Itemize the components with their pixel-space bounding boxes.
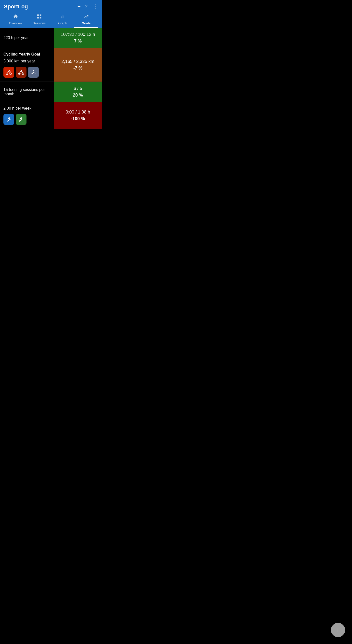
cycling-sport-icons bbox=[3, 67, 50, 78]
goal-percent-yearly-hours: 7 % bbox=[74, 38, 82, 44]
goal-title-cycling: Cycling Yearly Goal bbox=[3, 52, 50, 56]
goal-left-weekly: 2:00 h per week bbox=[0, 102, 54, 129]
home-icon bbox=[13, 14, 18, 20]
goal-left-cycling: Cycling Yearly Goal 5,000 km per year bbox=[0, 48, 54, 82]
goal-right-yearly-hours: 107:32 / 100:12 h 7 % bbox=[54, 28, 102, 48]
sigma-button[interactable]: Σ bbox=[85, 4, 88, 10]
svg-point-1 bbox=[9, 73, 11, 75]
svg-point-8 bbox=[21, 117, 21, 118]
goal-row-yearly-hours: 220 h per year 107:32 / 100:12 h 7 % bbox=[0, 28, 102, 48]
goal-value-yearly-hours: 107:32 / 100:12 h bbox=[61, 31, 95, 38]
weekly-sport-icons bbox=[3, 114, 50, 125]
tab-sessions-label: Sessions bbox=[33, 22, 46, 25]
goal-value-monthly: 6 / 5 bbox=[74, 85, 82, 92]
app-header: SportLog + Σ ⋮ Overview Sessions bbox=[0, 0, 102, 28]
app-title: SportLog bbox=[4, 4, 28, 10]
tab-goals-label: Goals bbox=[82, 22, 91, 25]
goals-icon bbox=[83, 14, 89, 20]
goal-value-cycling: 2,165 / 2,335 km bbox=[61, 58, 94, 65]
nav-tabs: Overview Sessions Graph bbox=[4, 12, 98, 28]
goal-right-monthly: 6 / 5 20 % bbox=[54, 82, 102, 102]
graph-icon bbox=[60, 14, 65, 20]
goal-row-cycling: Cycling Yearly Goal 5,000 km per year bbox=[0, 48, 102, 82]
goal-right-cycling: 2,165 / 2,335 km -7 % bbox=[54, 48, 102, 82]
running-icon bbox=[3, 114, 14, 125]
goal-right-weekly: 0:00 / 1:08 h -100 % bbox=[54, 102, 102, 129]
goal-left-yearly-hours: 220 h per year bbox=[0, 28, 54, 48]
cycling-icon-rowing bbox=[28, 67, 39, 78]
add-button[interactable]: + bbox=[77, 4, 81, 10]
cycling-icon-mountain bbox=[16, 67, 26, 78]
goal-title-monthly: 15 training sessions per month bbox=[3, 88, 50, 96]
tab-overview-label: Overview bbox=[9, 22, 22, 25]
goal-value-weekly: 0:00 / 1:08 h bbox=[65, 109, 90, 116]
tab-graph-label: Graph bbox=[58, 22, 67, 25]
goal-left-monthly: 15 training sessions per month bbox=[0, 82, 54, 102]
goal-row-monthly: 15 training sessions per month 6 / 5 20 … bbox=[0, 82, 102, 102]
goal-title-yearly-hours: 220 h per year bbox=[3, 36, 50, 40]
more-button[interactable]: ⋮ bbox=[92, 4, 98, 10]
svg-point-7 bbox=[8, 117, 9, 118]
tab-goals[interactable]: Goals bbox=[74, 12, 98, 28]
sessions-icon bbox=[36, 14, 42, 20]
svg-point-2 bbox=[9, 70, 9, 70]
goal-percent-monthly: 20 % bbox=[73, 92, 83, 98]
goal-subtitle-cycling: 5,000 km per year bbox=[3, 59, 50, 64]
tab-overview[interactable]: Overview bbox=[4, 12, 27, 28]
goals-list: 220 h per year 107:32 / 100:12 h 7 % Cyc… bbox=[0, 28, 102, 129]
svg-point-6 bbox=[33, 70, 34, 71]
cycling-icon-road bbox=[3, 67, 14, 78]
goal-row-weekly: 2:00 h per week 0:00 / 1: bbox=[0, 102, 102, 129]
svg-point-5 bbox=[21, 70, 22, 70]
hiking-icon bbox=[16, 114, 26, 125]
goal-title-weekly: 2:00 h per week bbox=[3, 106, 50, 110]
tab-graph[interactable]: Graph bbox=[51, 12, 75, 28]
goal-percent-cycling: -7 % bbox=[73, 65, 82, 72]
tab-sessions[interactable]: Sessions bbox=[27, 12, 51, 28]
goal-percent-weekly: -100 % bbox=[71, 116, 85, 122]
